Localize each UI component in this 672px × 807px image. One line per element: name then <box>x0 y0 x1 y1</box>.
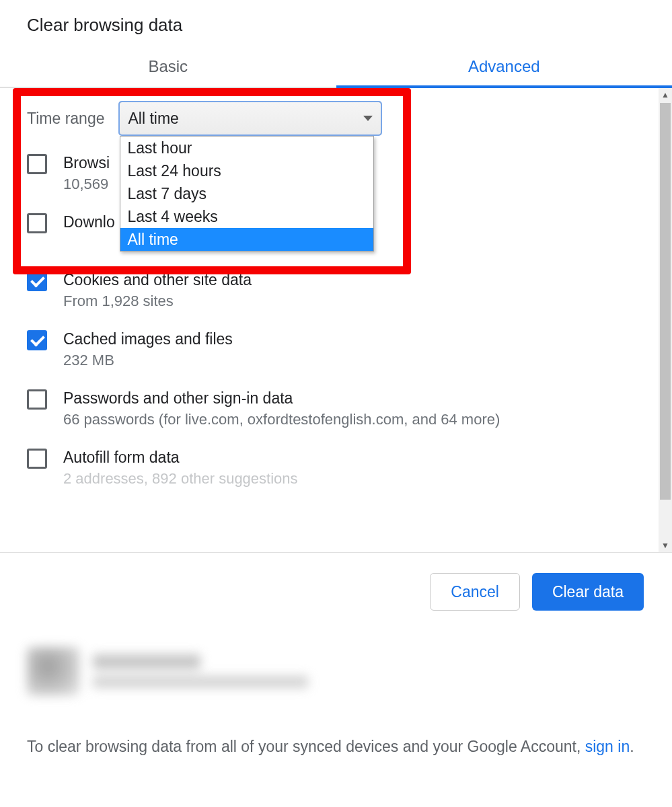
checkbox-download-history[interactable] <box>27 213 47 233</box>
checkbox-cookies[interactable] <box>27 271 47 291</box>
item-autofill: Autofill form data 2 addresses, 892 othe… <box>27 439 659 498</box>
dialog-title: Clear browsing data <box>0 0 672 48</box>
checkbox-browsing-history[interactable] <box>27 154 47 174</box>
checkbox-cached[interactable] <box>27 330 47 350</box>
item-title: Cached images and files <box>63 329 659 349</box>
cancel-button[interactable]: Cancel <box>430 573 520 611</box>
item-title: Passwords and other sign-in data <box>63 388 659 408</box>
option-all-time[interactable]: All time <box>120 228 373 251</box>
item-sub: 2 addresses, 892 other suggestions <box>63 469 659 489</box>
item-passwords: Passwords and other sign-in data 66 pass… <box>27 380 659 439</box>
item-cached: Cached images and files 232 MB <box>27 321 659 380</box>
content-area: Time range All time Last hour Last 24 ho… <box>0 88 672 552</box>
tabs: Basic Advanced <box>0 48 672 88</box>
scroll-up-icon[interactable]: ▲ <box>659 88 672 102</box>
avatar <box>27 647 79 695</box>
time-range-selected-value: All time <box>128 110 363 128</box>
option-last-24-hours[interactable]: Last 24 hours <box>120 159 373 182</box>
option-last-hour[interactable]: Last hour <box>120 137 373 159</box>
scrollbar-thumb[interactable] <box>660 103 671 500</box>
account-info-blurred <box>27 647 645 695</box>
scroll-down-icon[interactable]: ▼ <box>659 539 672 552</box>
dialog-actions: Cancel Clear data <box>0 552 672 631</box>
footer-note: To clear browsing data from all of your … <box>27 736 645 757</box>
item-cookies: Cookies and other site data From 1,928 s… <box>27 262 659 321</box>
footer: To clear browsing data from all of your … <box>0 631 672 776</box>
footer-suffix: . <box>630 738 634 755</box>
clear-data-button[interactable]: Clear data <box>532 573 644 611</box>
option-last-4-weeks[interactable]: Last 4 weeks <box>120 205 373 228</box>
time-range-label: Time range <box>27 110 104 128</box>
footer-text: To clear browsing data from all of your … <box>27 738 585 755</box>
item-title: Cookies and other site data <box>63 270 659 290</box>
sign-in-link[interactable]: sign in <box>585 738 630 755</box>
blurred-text <box>93 676 308 688</box>
chevron-down-icon <box>363 116 373 121</box>
tab-advanced[interactable]: Advanced <box>336 48 673 87</box>
clear-browsing-data-dialog: Clear browsing data Basic Advanced Time … <box>0 0 672 776</box>
option-last-7-days[interactable]: Last 7 days <box>120 182 373 205</box>
scrollbar[interactable]: ▲ ▼ <box>659 88 672 552</box>
item-sub: From 1,928 sites <box>63 291 659 311</box>
item-sub: 66 passwords (for live.com, oxfordtestof… <box>63 410 659 430</box>
item-title: Autofill form data <box>63 447 659 467</box>
tab-basic[interactable]: Basic <box>0 48 336 87</box>
time-range-row: Time range All time Last hour Last 24 ho… <box>27 88 659 145</box>
item-sub: 232 MB <box>63 350 659 371</box>
checkbox-autofill[interactable] <box>27 449 47 469</box>
time-range-dropdown: Last hour Last 24 hours Last 7 days Last… <box>120 136 374 252</box>
time-range-select[interactable]: All time Last hour Last 24 hours Last 7 … <box>119 102 381 135</box>
blurred-text <box>93 654 200 669</box>
checkbox-passwords[interactable] <box>27 389 47 410</box>
